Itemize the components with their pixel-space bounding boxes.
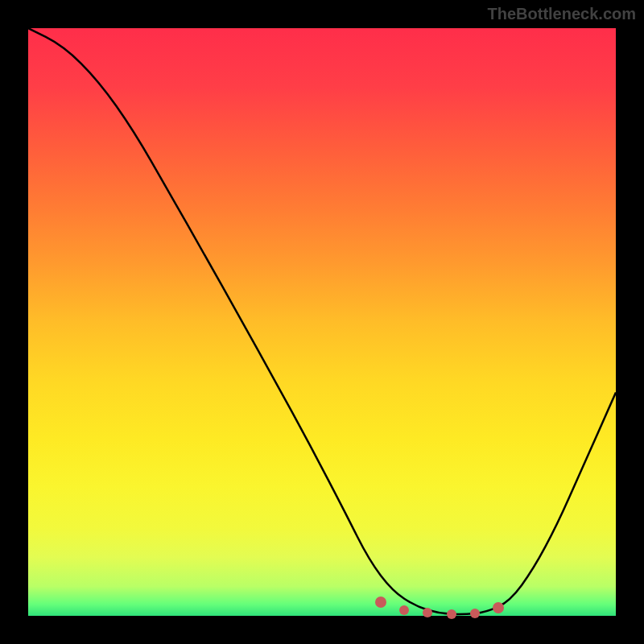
watermark-text: TheBottleneck.com [488, 5, 636, 23]
chart-plot-area [28, 28, 616, 616]
curve-marker [399, 605, 409, 615]
curve-marker [423, 608, 432, 617]
curve-marker [375, 597, 386, 608]
optimal-range-markers [28, 28, 616, 616]
curve-marker [493, 602, 504, 613]
curve-marker [470, 609, 480, 618]
curve-marker [447, 609, 456, 619]
